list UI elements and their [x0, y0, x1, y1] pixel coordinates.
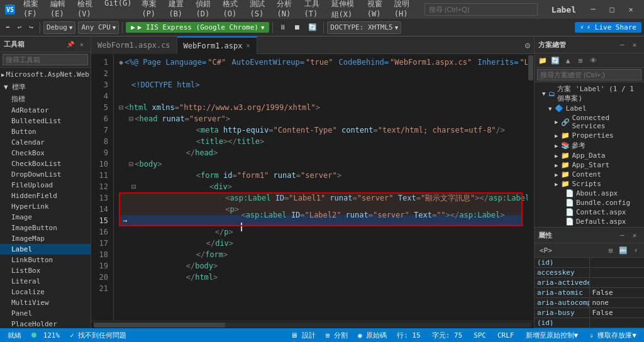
toolbox-item-fileupload[interactable]: FileUpload — [0, 180, 91, 190]
props-sort-alpha[interactable]: 🔤 — [618, 245, 629, 256]
global-search-input[interactable] — [425, 3, 538, 16]
solution-root[interactable]: ▼ 🗂 方案 'Label' (1 / 1 個專案) — [535, 84, 644, 104]
sol-scripts[interactable]: ▶ 📁 Scripts — [535, 179, 644, 189]
props-value-aria-autocompl[interactable]: none — [590, 298, 645, 307]
editor-scrollbar[interactable] — [528, 54, 534, 321]
toolbar-undo[interactable]: ↩ — [14, 22, 25, 33]
props-value-aria-active[interactable] — [590, 278, 645, 287]
props-value-accesskey[interactable] — [590, 268, 645, 277]
props-sort-category[interactable]: ⊞ — [605, 245, 616, 256]
props-value-aria-busy[interactable]: False — [590, 308, 645, 317]
status-crlf[interactable]: CRLF — [495, 331, 517, 339]
sol-collapse-button[interactable]: ▲ — [562, 55, 574, 66]
toolbox-pin-button[interactable]: 📌 — [65, 39, 75, 49]
toolbox-item-multiview[interactable]: MultiView — [0, 297, 91, 308]
toolbar-more-3[interactable]: 🔄 — [305, 22, 320, 33]
code-editor[interactable]: 1 2 3 4 5 6 7 8 9 10 11 12 13 14 15 16 1… — [91, 54, 534, 321]
sol-close-button[interactable]: ✕ — [629, 39, 640, 50]
minimize-button[interactable]: ─ — [585, 3, 601, 16]
status-new-control[interactable]: 新增至原始控制▼ — [523, 331, 581, 340]
toolbox-item-imagemap[interactable]: ImageMap — [0, 233, 91, 244]
sol-references[interactable]: ▶ 📚 參考 — [535, 140, 644, 151]
status-spc[interactable]: SPC — [471, 331, 489, 339]
toolbox-item-dropdownlist[interactable]: DropDownList — [0, 169, 91, 180]
toolbox-item-bulletedlist[interactable]: BulletedList — [0, 116, 91, 126]
toolbox-item-adrotator[interactable]: AdRotator — [0, 105, 91, 116]
toolbar-back[interactable]: ⬅ — [3, 22, 13, 33]
status-line[interactable]: 行: 15 — [394, 331, 423, 340]
solution-search-input[interactable] — [537, 69, 641, 80]
menu-build[interactable]: 建置(B) — [164, 0, 190, 21]
sol-connected-services[interactable]: ▶ 🔗 Connected Services — [535, 113, 644, 131]
sol-properties-button[interactable]: ⊞ — [575, 55, 586, 66]
sol-preview-button[interactable]: 👁 — [587, 55, 599, 66]
menu-analyze[interactable]: 分析(N) — [272, 0, 298, 21]
props-events[interactable]: ⚡ — [630, 245, 641, 256]
menu-git[interactable]: Git(G) — [100, 0, 136, 21]
menu-tools[interactable]: 工具(T) — [300, 0, 326, 21]
menu-view[interactable]: 檢視(V) — [73, 0, 99, 21]
toolbox-item-placeholder[interactable]: PlaceHolder — [0, 319, 91, 328]
sol-contact-aspx[interactable]: 📄 Contact.aspx — [535, 207, 644, 217]
sol-app-data[interactable]: ▶ 📁 App_Data — [535, 151, 644, 160]
toolbox-item-pointer[interactable]: 指標 — [0, 93, 91, 105]
code-content[interactable]: ◆ <%@ Page Language="C#" AutoEventWireup… — [114, 54, 528, 321]
menu-window[interactable]: 視窗(W) — [363, 0, 389, 21]
status-design-btn[interactable]: 🖥 設計 — [288, 331, 318, 340]
status-issues[interactable]: ✓ 找不到任何問題 — [67, 331, 129, 340]
doctype-dropdown[interactable]: DOCTYPE: XHTML5 ▼ — [327, 21, 401, 34]
toolbar-more-1[interactable]: ⏸ — [276, 22, 289, 33]
toolbox-item-imagebutton[interactable]: ImageButton — [0, 223, 91, 233]
close-button[interactable]: ✕ — [623, 3, 639, 16]
toolbox-item-hiddenfield[interactable]: HiddenField — [0, 190, 91, 201]
toolbox-item-checkboxlist[interactable]: CheckBoxList — [0, 158, 91, 169]
horizontal-scrollbar[interactable] — [91, 321, 534, 328]
live-share-button[interactable]: ⚡ ⚡ Live Share — [575, 22, 641, 33]
sol-properties[interactable]: ▶ 📁 Properties — [535, 131, 644, 140]
sol-folder-button[interactable]: 📁 — [537, 55, 548, 66]
toolbox-item-listbox[interactable]: ListBox — [0, 265, 91, 276]
scrollbar-thumb[interactable] — [528, 55, 533, 80]
toolbox-close-button[interactable]: ✕ — [77, 39, 87, 49]
toolbox-item-calendar[interactable]: Calendar — [0, 137, 91, 148]
toolbox-item-panel[interactable]: Panel — [0, 308, 91, 319]
status-ready[interactable]: 就緒 — [5, 331, 24, 340]
toolbar-more-2[interactable]: ⏹ — [291, 22, 304, 33]
status-get-repo[interactable]: ⇓ 獲取存放庫▼ — [587, 331, 639, 340]
sol-app-start[interactable]: ▶ 📁 App_Start — [535, 160, 644, 170]
h-scrollbar-thumb[interactable] — [94, 323, 225, 328]
menu-format[interactable]: 格式(O) — [218, 0, 244, 21]
toolbox-item-localize[interactable]: Localize — [0, 287, 91, 297]
toolbox-item-literal[interactable]: Literal — [0, 276, 91, 287]
toolbox-item-checkbox[interactable]: CheckBox — [0, 148, 91, 158]
status-source-btn[interactable]: ◉ 原始碼 — [355, 331, 389, 340]
props-value-aria-atomic[interactable]: False — [590, 288, 645, 297]
sol-pin-button[interactable]: ─ — [616, 39, 628, 50]
menu-file[interactable]: 檔案(F) — [19, 0, 45, 21]
props-close-button[interactable]: ✕ — [629, 229, 640, 241]
toolbar-redo[interactable]: ↪ — [26, 22, 36, 33]
toolbox-item-image[interactable]: Image — [0, 212, 91, 223]
props-value-id2[interactable] — [590, 318, 645, 328]
tab-webform-cs[interactable]: WebForm1.aspx.cs — [91, 36, 177, 54]
status-zoom[interactable]: 121% — [29, 331, 62, 339]
props-pin-button[interactable]: ─ — [616, 229, 628, 241]
sol-content[interactable]: ▶ 📁 Content — [535, 170, 644, 179]
tab-webform-aspx[interactable]: WebForm1.aspx × — [177, 36, 257, 54]
menu-edit[interactable]: 編輯(E) — [46, 0, 72, 21]
h-scrollbar-track[interactable] — [94, 323, 531, 328]
menu-help[interactable]: 說明(H) — [390, 0, 416, 21]
toolbox-item-hyperlink[interactable]: HyperLink — [0, 201, 91, 212]
cpu-config-dropdown[interactable]: Any CPU ▼ — [78, 21, 119, 34]
sol-bundle-config[interactable]: 📄 Bundle.config — [535, 198, 644, 207]
sol-about-aspx[interactable]: 📄 About.aspx — [535, 189, 644, 198]
menu-project[interactable]: 專案(P) — [137, 0, 163, 21]
toolbox-item-linkbutton[interactable]: LinkButton — [0, 255, 91, 265]
debug-config-dropdown[interactable]: Debug ▼ — [43, 21, 76, 34]
project-label[interactable]: ▼ 🔷 Label — [535, 104, 644, 113]
sol-refresh-button[interactable]: 🔄 — [550, 55, 561, 66]
toolbox-search-input[interactable] — [3, 54, 88, 65]
sol-default-aspx[interactable]: 📄 Default.aspx — [535, 217, 644, 226]
props-value-id[interactable] — [590, 258, 645, 267]
menu-extensions[interactable]: 延伸模組(X) — [327, 0, 362, 21]
